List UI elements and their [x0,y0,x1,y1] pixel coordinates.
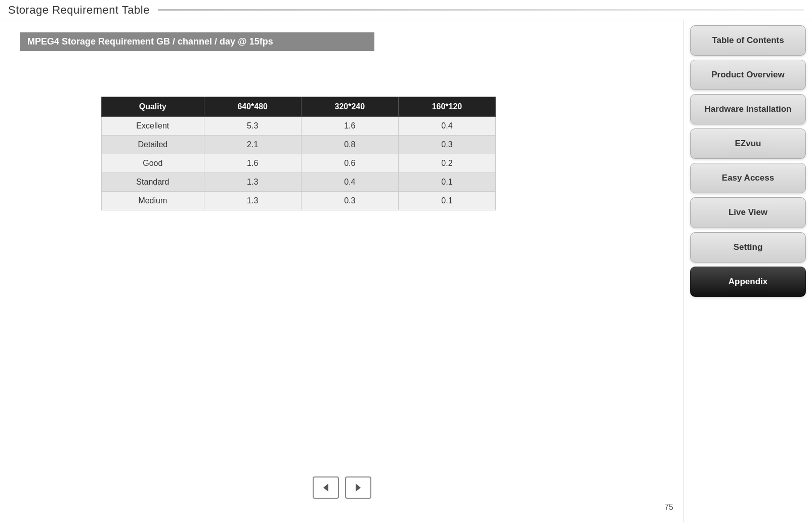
table-cell-col2: 0.3 [301,192,398,210]
prev-button[interactable] [313,476,339,499]
table-wrapper: Quality 640*480 320*240 160*120 Excellen… [101,97,496,210]
table-cell-col2: 0.6 [301,154,398,173]
table-cell-col1: 2.1 [204,136,301,154]
main-area: MPEG4 Storage Requirement GB / channel /… [0,20,812,522]
table-row: Standard1.30.40.1 [102,173,496,192]
sidebar-btn-table-of-contents[interactable]: Table of Contents [690,25,806,56]
table-cell-col3: 0.4 [398,117,495,136]
sidebar-btn-product-overview[interactable]: Product Overview [690,60,806,90]
sidebar-btn-setting[interactable]: Setting [690,232,806,263]
svg-marker-0 [323,484,328,492]
col-header-320: 320*240 [301,97,398,117]
bottom-nav [305,468,379,507]
next-icon [353,483,363,493]
table-cell-col2: 1.6 [301,117,398,136]
col-header-640: 640*480 [204,97,301,117]
table-cell-quality: Good [102,154,204,173]
sidebar: Table of ContentsProduct OverviewHardwar… [683,20,812,522]
table-cell-quality: Medium [102,192,204,210]
content-panel: MPEG4 Storage Requirement GB / channel /… [0,20,683,522]
table-cell-col1: 1.6 [204,154,301,173]
table-cell-col1: 1.3 [204,173,301,192]
table-cell-col1: 1.3 [204,192,301,210]
page-title: Storage Requirement Table [8,4,150,17]
sidebar-btn-easy-access[interactable]: Easy Access [690,163,806,193]
col-header-quality: Quality [102,97,204,117]
table-row: Good1.60.60.2 [102,154,496,173]
table-cell-quality: Excellent [102,117,204,136]
table-header-row: Quality 640*480 320*240 160*120 [102,97,496,117]
table-cell-col3: 0.3 [398,136,495,154]
top-bar-divider [158,9,804,11]
table-row: Detailed2.10.80.3 [102,136,496,154]
sidebar-btn-hardware-installation[interactable]: Hardware Installation [690,94,806,124]
table-cell-quality: Standard [102,173,204,192]
col-header-160: 160*120 [398,97,495,117]
table-row: Excellent5.31.60.4 [102,117,496,136]
table-row: Medium1.30.30.1 [102,192,496,210]
section-heading: MPEG4 Storage Requirement GB / channel /… [20,32,374,51]
page-number: 75 [664,503,673,512]
table-cell-col3: 0.2 [398,154,495,173]
sidebar-btn-live-view[interactable]: Live View [690,197,806,228]
sidebar-btn-appendix[interactable]: Appendix [690,267,806,297]
sidebar-btn-ezvuu[interactable]: EZvuu [690,128,806,159]
table-cell-col2: 0.4 [301,173,398,192]
next-button[interactable] [345,476,371,499]
table-cell-col3: 0.1 [398,173,495,192]
table-cell-quality: Detailed [102,136,204,154]
storage-table: Quality 640*480 320*240 160*120 Excellen… [101,97,496,210]
table-cell-col1: 5.3 [204,117,301,136]
prev-icon [321,483,331,493]
svg-marker-1 [356,484,361,492]
top-bar: Storage Requirement Table [0,0,812,20]
table-cell-col3: 0.1 [398,192,495,210]
table-cell-col2: 0.8 [301,136,398,154]
